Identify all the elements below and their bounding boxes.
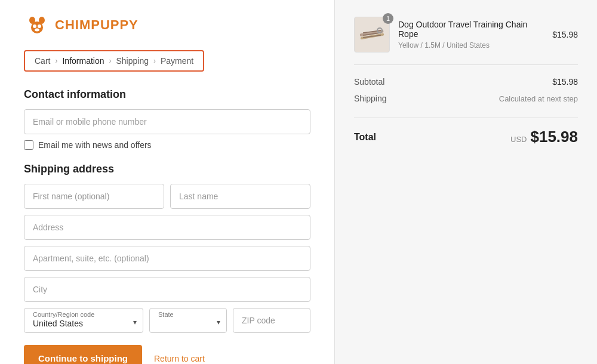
breadcrumb-sep-2: › <box>109 57 112 65</box>
product-name: Dog Outdoor Travel Training Chain Rope <box>398 20 544 39</box>
breadcrumb-shipping[interactable]: Shipping <box>116 56 149 66</box>
city-field-group <box>24 277 310 302</box>
total-currency: USD <box>510 135 527 144</box>
first-name-input[interactable] <box>24 184 164 209</box>
total-label: Total <box>354 132 376 143</box>
product-quantity-badge: 1 <box>383 13 393 24</box>
logo-text: CHIMPUPPY <box>55 17 139 33</box>
name-row <box>24 184 310 209</box>
breadcrumb: Cart › Information › Shipping › Payment <box>24 50 204 72</box>
last-name-input[interactable] <box>170 184 310 209</box>
address-input[interactable] <box>24 215 310 240</box>
breadcrumb-cart[interactable]: Cart <box>35 56 50 66</box>
subtotal-row: Subtotal $15.98 <box>354 77 578 87</box>
apartment-input[interactable] <box>24 246 310 271</box>
svg-point-3 <box>33 24 36 28</box>
svg-point-5 <box>35 29 39 32</box>
right-panel: 1 Dog Outdoor Travel Training Chain Rope… <box>334 0 597 364</box>
continue-to-shipping-button[interactable]: Continue to shipping <box>24 345 142 364</box>
contact-section-title: Contact information <box>24 88 310 101</box>
logo-icon <box>24 14 50 36</box>
product-variant: Yellow / 1.5M / United States <box>398 41 544 50</box>
total-value: $15.98 <box>530 128 578 146</box>
breadcrumb-sep-3: › <box>153 57 156 65</box>
total-value-wrapper: USD $15.98 <box>510 128 578 146</box>
shipping-label: Shipping <box>354 94 387 103</box>
country-select[interactable]: United States <box>33 319 134 328</box>
buttons-row: Continue to shipping Return to cart <box>24 345 310 364</box>
state-label: State <box>158 311 218 318</box>
apartment-field-group <box>24 246 310 271</box>
shipping-row: Shipping Calculated at next step <box>354 94 578 103</box>
shipping-value: Calculated at next step <box>499 94 578 103</box>
svg-point-4 <box>38 24 41 28</box>
return-to-cart-button[interactable]: Return to cart <box>154 354 205 363</box>
left-panel: CHIMPUPPY Cart › Information › Shipping … <box>0 0 334 364</box>
summary-divider <box>354 118 578 118</box>
product-image-wrapper: 1 <box>354 17 390 53</box>
bottom-address-row: Country/Region code United States ▾ Stat… <box>24 308 310 333</box>
svg-point-2 <box>31 21 43 33</box>
product-price: $15.98 <box>552 30 578 39</box>
product-info: Dog Outdoor Travel Training Chain Rope Y… <box>398 20 544 50</box>
newsletter-checkbox[interactable] <box>24 140 33 150</box>
logo-area: CHIMPUPPY <box>24 14 310 36</box>
newsletter-row: Email me with news and offers <box>24 140 310 150</box>
state-select[interactable] <box>158 319 218 328</box>
city-input[interactable] <box>24 277 310 302</box>
breadcrumb-information[interactable]: Information <box>62 56 104 66</box>
breadcrumb-payment[interactable]: Payment <box>161 56 193 66</box>
zip-input[interactable] <box>233 308 310 333</box>
newsletter-label: Email me with news and offers <box>38 140 152 150</box>
state-wrapper: State ▾ <box>149 308 227 333</box>
address-field-group <box>24 215 310 240</box>
email-field-group <box>24 109 310 134</box>
shipping-section-title: Shipping address <box>24 163 310 175</box>
email-input[interactable] <box>24 109 310 134</box>
country-wrapper: Country/Region code United States ▾ <box>24 308 143 333</box>
total-row: Total USD $15.98 <box>354 128 578 146</box>
breadcrumb-sep-1: › <box>55 57 57 65</box>
country-label: Country/Region code <box>33 311 134 318</box>
subtotal-value: $15.98 <box>552 77 578 87</box>
product-row: 1 Dog Outdoor Travel Training Chain Rope… <box>354 17 578 65</box>
subtotal-label: Subtotal <box>354 77 384 87</box>
